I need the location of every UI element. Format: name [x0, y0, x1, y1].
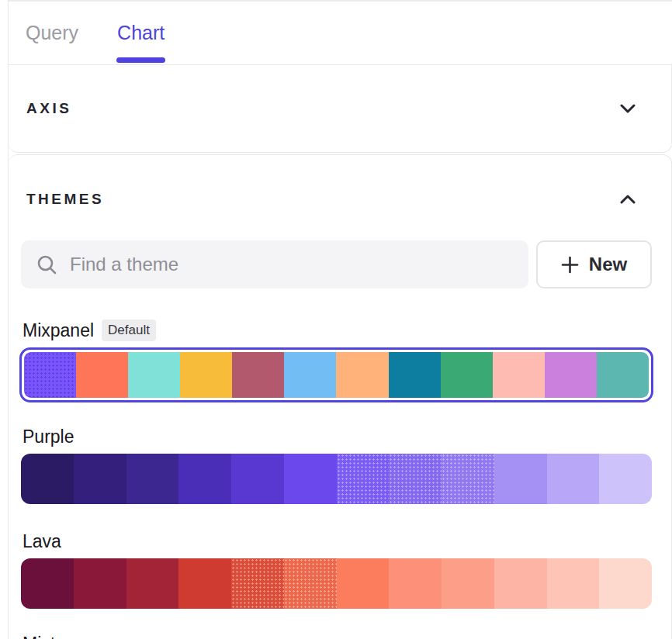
color-swatch [599, 558, 652, 609]
theme-toolbar: Find a theme New [21, 240, 652, 288]
theme-item-mixpanel: MixpanelDefault [21, 320, 652, 402]
search-placeholder: Find a theme [70, 254, 178, 275]
color-swatch [21, 558, 74, 609]
axis-section-header[interactable]: AXIS [9, 65, 672, 153]
color-swatch [21, 454, 74, 504]
chart-settings-panel: Query Chart AXIS THEMES Find a [8, 0, 672, 639]
plus-icon [561, 256, 579, 274]
new-theme-button-label: New [589, 254, 627, 275]
color-swatch [389, 454, 442, 504]
color-swatch [126, 454, 179, 504]
color-swatch [284, 352, 336, 398]
color-swatch [24, 352, 76, 398]
color-swatch [74, 454, 126, 504]
color-swatch [597, 352, 649, 398]
color-swatch [389, 558, 442, 609]
theme-name: Purple [23, 426, 74, 447]
themes-section-header[interactable]: THEMES [9, 155, 671, 208]
tab-chart-label: Chart [117, 22, 165, 44]
theme-swatch-row[interactable] [21, 454, 652, 504]
color-swatch [337, 558, 390, 609]
chevron-up-icon[interactable] [620, 195, 636, 204]
theme-name: Mixpanel [23, 320, 94, 341]
theme-item-lava: Lava [21, 530, 652, 609]
color-swatch [180, 352, 232, 398]
search-icon [36, 254, 57, 275]
theme-name: Mist [23, 633, 55, 639]
color-swatch [232, 352, 284, 398]
theme-swatch-row [24, 352, 649, 398]
axis-section-title: AXIS [26, 100, 71, 117]
color-swatch [284, 454, 337, 504]
theme-swatch-row[interactable] [21, 558, 652, 609]
theme-name-row: Lava [21, 530, 652, 552]
color-swatch [599, 454, 652, 504]
color-swatch [442, 454, 494, 504]
tab-query[interactable]: Query [26, 2, 78, 64]
chevron-down-icon[interactable] [620, 104, 636, 113]
default-badge: Default [102, 320, 156, 341]
tab-bar: Query Chart [9, 0, 672, 65]
tab-chart[interactable]: Chart [117, 2, 165, 64]
color-swatch [547, 558, 600, 609]
color-swatch [442, 558, 494, 609]
theme-item-mist: Mist [21, 633, 652, 639]
themes-section-title: THEMES [26, 191, 104, 208]
color-swatch [74, 558, 126, 609]
theme-name-row: MixpanelDefault [21, 320, 652, 341]
color-swatch [389, 352, 441, 398]
selected-theme-ring[interactable] [19, 347, 653, 402]
theme-name-row: Mist [21, 633, 652, 639]
color-swatch [494, 558, 547, 609]
color-swatch [76, 352, 128, 398]
color-swatch [494, 454, 547, 504]
theme-name-row: Purple [21, 426, 652, 447]
tab-query-label: Query [26, 22, 78, 44]
theme-search-input[interactable]: Find a theme [21, 240, 528, 288]
color-swatch [128, 352, 180, 398]
new-theme-button[interactable]: New [536, 240, 652, 288]
color-swatch [336, 352, 388, 398]
themes-section: THEMES Find a theme New Mixpanel [9, 154, 672, 639]
color-swatch [284, 558, 337, 609]
active-tab-underline [116, 57, 165, 63]
color-swatch [545, 352, 597, 398]
theme-list: MixpanelDefaultPurpleLavaMist [21, 320, 652, 639]
color-swatch [178, 558, 231, 609]
color-swatch [126, 558, 179, 609]
color-swatch [231, 558, 284, 609]
color-swatch [231, 454, 284, 504]
color-swatch [337, 454, 390, 504]
color-swatch [178, 454, 231, 504]
color-swatch [493, 352, 545, 398]
color-swatch [441, 352, 493, 398]
color-swatch [547, 454, 600, 504]
theme-name: Lava [23, 530, 61, 552]
theme-item-purple: Purple [21, 426, 652, 504]
